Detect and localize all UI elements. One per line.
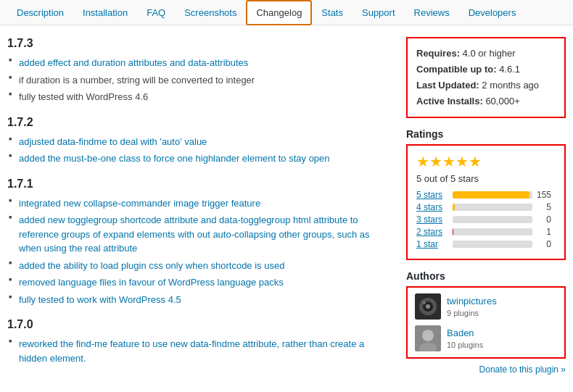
installs-label: Active Installs: <box>416 96 483 107</box>
rating-bar-4stars: 4 stars 5 <box>416 202 556 212</box>
authors-section-title: Authors <box>406 270 566 282</box>
rating-bar-3stars: 3 stars 0 <box>416 214 556 225</box>
svg-point-4 <box>423 301 426 304</box>
svg-point-3 <box>426 304 430 309</box>
star-2-icon: ★ <box>429 153 442 170</box>
list-item: added the ability to load plugin css onl… <box>7 259 392 273</box>
changelog-link[interactable]: reworked the find-me feature to use new … <box>19 338 364 364</box>
tab-screenshots[interactable]: Screenshots <box>175 1 246 25</box>
author-baden-plugins: 10 plugins <box>447 341 483 349</box>
author-twinpictures-info: twinpictures 9 plugins <box>447 296 497 318</box>
list-item: reworked the find-me feature to use new … <box>7 337 392 365</box>
rating-bar-1star: 1 star 0 <box>416 239 556 249</box>
changelog-link[interactable]: fully tested to work with WordPress 4.5 <box>19 294 181 305</box>
tabs-nav: Description Installation FAQ Screenshots… <box>0 0 573 25</box>
changelog-173-list: added effect and duration attributes and… <box>7 56 392 104</box>
ratings-section-title: Ratings <box>406 128 566 140</box>
requires-value: 4.0 or higher <box>463 48 516 59</box>
tab-installation[interactable]: Installation <box>73 1 137 25</box>
main-content: 1.7.3 added effect and duration attribut… <box>0 25 573 386</box>
stars-display: ★ ★ ★ ★ ★ <box>416 153 556 170</box>
changelog-link[interactable]: adjusted data-findme to deal with 'auto'… <box>19 136 207 147</box>
list-item: added effect and duration attributes and… <box>7 56 392 70</box>
tab-changelog[interactable]: Changelog <box>246 0 312 25</box>
rating-3stars-link[interactable]: 3 stars <box>416 214 448 225</box>
author-baden-avatar <box>415 325 441 351</box>
star-1-icon: ★ <box>416 153 429 170</box>
rating-1star-link[interactable]: 1 star <box>416 239 448 249</box>
author-row-baden: Baden 10 plugins <box>415 325 557 351</box>
rating-5stars-link[interactable]: 5 stars <box>416 190 448 200</box>
rating-3stars-track <box>453 216 532 223</box>
donate-link[interactable]: Donate to this plugin » <box>479 364 566 375</box>
author-twinpictures-avatar <box>415 293 441 320</box>
compatible-row: Compatible up to: 4.6.1 <box>416 62 556 78</box>
version-171-heading: 1.7.1 <box>7 178 392 191</box>
compatible-label: Compatible up to: <box>416 64 497 75</box>
version-170-heading: 1.7.0 <box>7 318 392 331</box>
rating-4stars-count: 5 <box>537 202 551 212</box>
rating-2stars-fill <box>453 228 453 235</box>
author-twinpictures-link[interactable]: twinpictures <box>447 296 497 306</box>
rating-5stars-track <box>453 191 532 199</box>
tab-stats[interactable]: Stats <box>312 1 353 25</box>
rating-5stars-fill <box>453 191 529 199</box>
changelog-link[interactable]: removed language files in favour of Word… <box>19 277 284 288</box>
changelog-link[interactable]: added the ability to load plugin css onl… <box>19 260 284 271</box>
list-item: adjusted data-findme to deal with 'auto'… <box>7 135 392 149</box>
installs-value: 60,000+ <box>485 96 519 107</box>
author-twinpictures-plugins: 9 plugins <box>447 309 479 317</box>
changelog-link[interactable]: integrated new collapse-commander image … <box>19 198 260 209</box>
donate-link-row: Donate to this plugin » <box>406 364 566 375</box>
tab-developers[interactable]: Developers <box>459 1 526 25</box>
rating-bar-5stars: 5 stars 155 <box>416 190 556 200</box>
updated-value: 2 months ago <box>482 80 539 91</box>
author-baden-info: Baden 10 plugins <box>447 328 483 350</box>
tab-support[interactable]: Support <box>353 1 405 25</box>
star-5-icon: ★ <box>469 153 482 170</box>
tab-description[interactable]: Description <box>7 1 73 25</box>
rating-1star-track <box>453 241 532 248</box>
list-item: fully tested to work with WordPress 4.5 <box>7 293 392 307</box>
updated-row: Last Updated: 2 months ago <box>416 78 556 93</box>
list-item: fully tested with WordPress 4.6 <box>7 90 392 104</box>
list-item: integrated new collapse-commander image … <box>7 196 392 211</box>
star-3-icon: ★ <box>442 153 455 170</box>
tab-reviews[interactable]: Reviews <box>405 1 459 25</box>
changelog-link[interactable]: added effect and duration attributes and… <box>19 57 248 68</box>
rating-4stars-fill <box>453 204 455 211</box>
changelog-left-col: 1.7.3 added effect and duration attribut… <box>7 37 392 375</box>
rating-2stars-count: 1 <box>537 227 551 237</box>
installs-row: Active Installs: 60,000+ <box>416 93 556 109</box>
rating-5stars-count: 155 <box>537 190 551 200</box>
rating-2stars-track <box>453 228 532 235</box>
changelog-link[interactable]: added the must-be-one class to force one… <box>19 153 330 164</box>
list-item: added new togglegroup shortcode attribut… <box>7 213 392 256</box>
version-172-heading: 1.7.2 <box>7 116 392 129</box>
plugin-info-box: Requires: 4.0 or higher Compatible up to… <box>406 37 566 118</box>
compatible-value: 4.6.1 <box>499 64 520 75</box>
requires-label: Requires: <box>416 48 460 59</box>
author-baden-link[interactable]: Baden <box>447 328 483 338</box>
rating-4stars-link[interactable]: 4 stars <box>416 202 448 212</box>
changelog-170-list: reworked the find-me feature to use new … <box>7 337 392 365</box>
changelog-link[interactable]: added new togglegroup shortcode attribut… <box>19 214 369 254</box>
star-4-icon: ★ <box>455 153 469 170</box>
rating-2stars-link[interactable]: 2 stars <box>416 227 448 237</box>
ratings-box: ★ ★ ★ ★ ★ 5 out of 5 stars 5 stars 155 4… <box>406 144 566 260</box>
requires-row: Requires: 4.0 or higher <box>416 46 556 62</box>
list-item: if duration is a number, string will be … <box>7 73 392 88</box>
svg-point-6 <box>422 330 434 341</box>
updated-label: Last Updated: <box>416 80 479 91</box>
sidebar-right-col: Requires: 4.0 or higher Compatible up to… <box>406 37 566 375</box>
rating-3stars-count: 0 <box>537 214 551 225</box>
changelog-172-list: adjusted data-findme to deal with 'auto'… <box>7 135 392 166</box>
list-item: added the must-be-one class to force one… <box>7 151 392 166</box>
rating-4stars-track <box>453 204 532 211</box>
rating-bar-2stars: 2 stars 1 <box>416 227 556 237</box>
tab-faq[interactable]: FAQ <box>137 1 175 25</box>
authors-box: twinpictures 9 plugins Baden 10 plugins <box>406 286 566 359</box>
list-item: removed language files in favour of Word… <box>7 275 392 290</box>
stars-out-of-label: 5 out of 5 stars <box>416 173 556 184</box>
rating-1star-count: 0 <box>537 239 551 249</box>
